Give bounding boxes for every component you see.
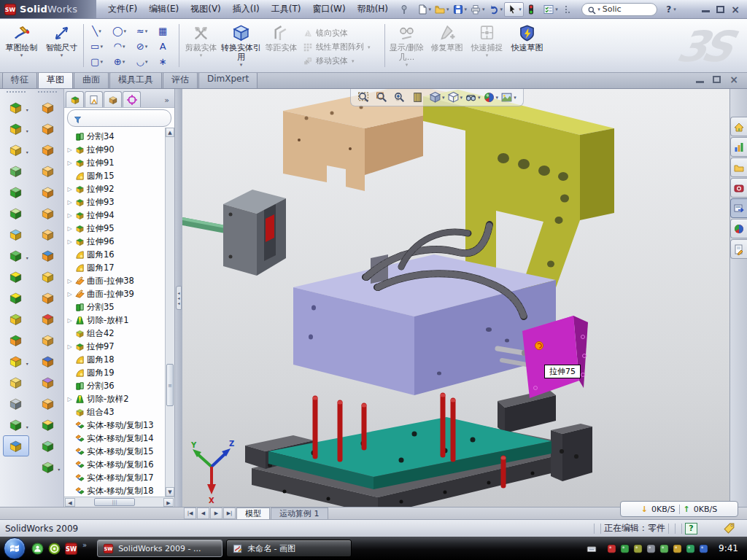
taskbar-window-button[interactable]: SWSolidWorks 2009 - ... [97, 540, 222, 557]
standard-toolbar-button[interactable]: ▾ [451, 2, 469, 17]
feature-tool-button[interactable]: ▾ [3, 245, 29, 266]
tree-item[interactable]: ▷ 圆角16 [66, 248, 174, 261]
search-box[interactable]: ▾ Solic [581, 3, 657, 16]
tray-icon[interactable] [619, 543, 630, 554]
tray-icon[interactable] [646, 543, 657, 554]
surface-tool-button[interactable]: ▾ [34, 456, 61, 478]
view-tool-button[interactable]: ▾ [500, 91, 516, 104]
tree-item[interactable]: ▷ 圆角17 [66, 261, 174, 274]
tree-item[interactable]: ▷ 拉伸91 [66, 156, 174, 169]
view-tool-button[interactable]: ▾ [447, 91, 463, 104]
task-pane-tab[interactable] [730, 117, 747, 136]
network-speed-widget[interactable]: ↓ 0KB/S ↑ 0KB/S [620, 501, 738, 517]
scroll-up-icon[interactable]: ▲ [166, 128, 174, 137]
feature-tool-button[interactable]: ▾ [3, 330, 29, 351]
tree-item[interactable]: ▷ 曲面-拉伸39 [66, 287, 174, 300]
task-pane-tab[interactable] [730, 178, 747, 198]
standard-toolbar-button[interactable]: ▾ [397, 2, 415, 17]
tray-icon[interactable] [672, 543, 683, 554]
sheet-nav-button[interactable]: |◀ [184, 508, 196, 519]
tree-item[interactable]: ▷ 实体-移动/复制15 [66, 445, 174, 458]
surface-tool-button[interactable]: ▾ [34, 203, 61, 224]
tree-item[interactable]: ▷ 拉伸92 [66, 182, 174, 195]
tag-icon[interactable] [722, 522, 736, 534]
view-tool-button[interactable]: ▾ [393, 91, 409, 104]
command-button[interactable]: 镜向实体▾ [303, 26, 382, 40]
tree-item[interactable]: ▷ 实体-移动/复制18 [66, 484, 174, 497]
tray-icon[interactable] [606, 543, 617, 554]
sketch-tool-button[interactable]: ◡▾ [131, 54, 153, 69]
surface-tool-button[interactable]: ▾ [34, 351, 61, 372]
expand-arrow-icon[interactable]: ▷ [66, 212, 73, 219]
view-tool-button[interactable]: ▾ [429, 91, 445, 104]
document-tab[interactable]: 运动算例 1 [271, 508, 328, 519]
surface-tool-button[interactable]: ▾ [34, 266, 61, 287]
scrollbar-thumb[interactable]: ||| [94, 498, 135, 506]
tree-item[interactable]: ▷ 拉伸94 [66, 209, 174, 222]
search-value[interactable]: Solic [603, 4, 622, 14]
standard-toolbar-button[interactable]: ▾ [504, 2, 524, 17]
tree-item[interactable]: ▷ 组合43 [66, 405, 174, 419]
taskbar-clock[interactable]: 9:41 [719, 543, 738, 553]
command-button[interactable]: 智能尺寸▾ [42, 20, 82, 71]
view-tool-button[interactable]: ▾ [483, 91, 499, 104]
quicklaunch-icon[interactable] [47, 542, 61, 556]
sketch-tool-button[interactable]: ⊘▾ [131, 39, 153, 54]
part-gray-clamp[interactable] [223, 190, 286, 276]
close-button[interactable]: × [731, 5, 740, 14]
command-button[interactable]: 草图绘制▾ [1, 20, 42, 71]
surface-tool-button[interactable]: ▾ [34, 414, 61, 435]
command-button[interactable]: 剪裁实体▾ [181, 20, 221, 71]
ribbon-tab[interactable]: DimXpert [198, 71, 258, 88]
surface-tool-button[interactable]: ▾ [34, 224, 61, 245]
feature-tool-button[interactable]: ▾ [3, 203, 29, 224]
manager-tab-overflow[interactable]: » [160, 96, 173, 107]
menu-item[interactable]: 帮助(H) [352, 1, 394, 18]
expand-arrow-icon[interactable]: ▷ [66, 225, 73, 232]
tree-item[interactable]: ▷ 圆角18 [66, 353, 174, 366]
tray-icon[interactable] [659, 543, 670, 554]
sketch-tool-button[interactable]: ⊕▾ [108, 54, 131, 69]
surface-tool-button[interactable]: ▾ [34, 139, 61, 160]
task-pane-tab[interactable] [730, 158, 747, 177]
standard-toolbar-button[interactable]: ▾ [487, 2, 505, 17]
sketch-tool-button[interactable]: ◯▾ [108, 23, 131, 39]
splitter-grip[interactable]: ◂◂◂ [176, 286, 181, 310]
command-button[interactable]: 快速草图▾ [507, 20, 547, 71]
ribbon-tab[interactable]: 草图 [38, 71, 73, 88]
scrollbar-thumb[interactable]: ≡ [166, 364, 174, 406]
expand-arrow-icon[interactable]: ▷ [66, 291, 73, 298]
expand-arrow-icon[interactable]: ▷ [66, 278, 73, 284]
view-tool-button[interactable]: ▾ [376, 91, 392, 104]
quicklaunch-icon[interactable]: SW [64, 542, 78, 556]
sheet-nav-button[interactable]: ◀ [197, 508, 209, 519]
search-dropdown-icon[interactable]: ▾ [597, 7, 600, 12]
expand-arrow-icon[interactable]: ▷ [66, 147, 73, 153]
tree-item[interactable]: ▷ 拉伸97 [66, 340, 174, 353]
sketch-tool-button[interactable]: ▭▾ [85, 39, 108, 54]
feature-tool-button[interactable]: ▾ [3, 351, 29, 372]
ribbon-tab[interactable]: 评估 [163, 71, 198, 88]
standard-toolbar-button[interactable]: ▾ [415, 2, 433, 17]
sheet-nav-button[interactable]: ▶ [210, 508, 222, 519]
manager-tab[interactable] [85, 91, 103, 107]
task-pane-tab[interactable] [730, 239, 747, 259]
tree-item[interactable]: ▷ 拉伸90 [66, 143, 174, 156]
expand-arrow-icon[interactable]: ▷ [66, 186, 73, 192]
task-pane-tab[interactable] [730, 198, 747, 218]
tray-icon[interactable] [632, 543, 643, 554]
expand-arrow-icon[interactable]: ▷ [66, 343, 73, 350]
feature-tool-button[interactable]: ▾ [3, 435, 29, 456]
tree-item[interactable]: ▷ 切除-放样2 [66, 392, 174, 405]
surface-tool-button[interactable]: ▾ [34, 182, 61, 203]
feature-tool-button[interactable]: ▾ [3, 160, 29, 182]
tree-filter-bar[interactable] [67, 109, 171, 127]
surface-tool-button[interactable]: ▾ [34, 393, 61, 414]
tray-icon[interactable] [698, 543, 709, 554]
expand-arrow-icon[interactable]: ▷ [66, 317, 73, 324]
task-pane-tab[interactable] [730, 219, 747, 238]
graphics-area[interactable]: Y Z X ▾▾▾▾▾▾▾▾▾ 拉伸75 [182, 89, 729, 507]
quicklaunch-overflow[interactable]: » [82, 541, 87, 549]
help-button[interactable]: ?▾ [666, 4, 676, 15]
sketch-tool-button[interactable]: ◠▾ [108, 39, 131, 54]
